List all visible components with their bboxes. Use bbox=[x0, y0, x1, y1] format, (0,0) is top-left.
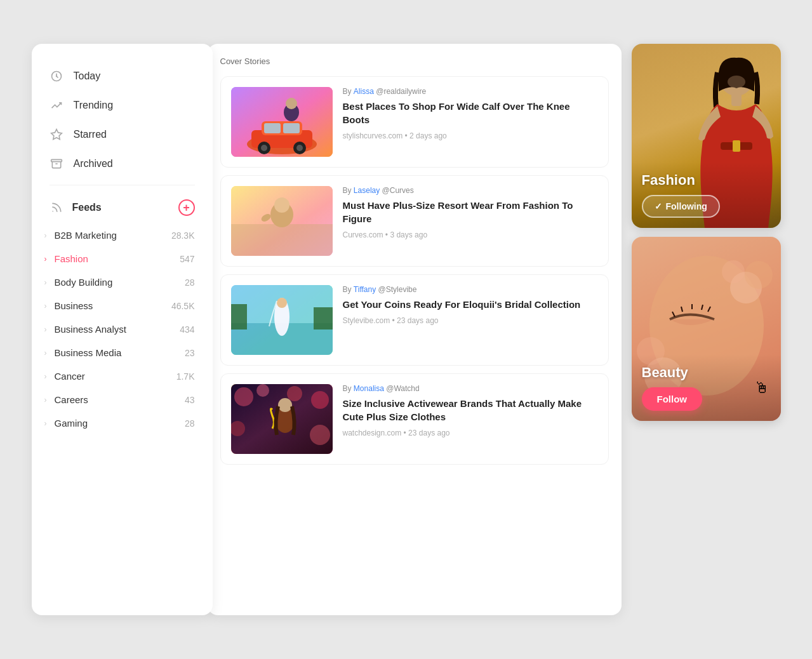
svg-rect-3 bbox=[51, 159, 62, 161]
svg-point-1 bbox=[55, 76, 57, 77]
article-card[interactable]: By Tiffany @Stylevibe Get Your Coins Rea… bbox=[220, 274, 609, 366]
article-card[interactable]: By Laselay @Curves Must Have Plus-Size R… bbox=[220, 175, 609, 267]
article-byline: By Alissa @realdailywire bbox=[343, 87, 598, 96]
svg-point-43 bbox=[728, 76, 745, 88]
feed-name: Business Analyst bbox=[55, 324, 180, 335]
feed-item-body-building[interactable]: › Body Building 28 bbox=[32, 270, 213, 294]
feed-item-business[interactable]: › Business 46.5K bbox=[32, 294, 213, 317]
svg-marker-2 bbox=[51, 130, 62, 140]
feed-item-business-media[interactable]: › Business Media 23 bbox=[32, 341, 213, 364]
feed-count: 1.7K bbox=[176, 371, 195, 382]
chevron-right-icon: › bbox=[44, 325, 47, 334]
svg-point-38 bbox=[278, 398, 292, 412]
chevron-right-icon: › bbox=[44, 278, 47, 287]
star-icon bbox=[50, 128, 63, 142]
article-byline: By Tiffany @Stylevibe bbox=[343, 285, 598, 294]
svg-rect-40 bbox=[731, 93, 742, 106]
chevron-right-icon: › bbox=[44, 231, 47, 240]
nav-trending-label: Trending bbox=[74, 100, 114, 111]
svg-rect-11 bbox=[283, 123, 300, 133]
nav-item-today[interactable]: Today bbox=[32, 62, 213, 91]
feed-count: 547 bbox=[180, 254, 194, 264]
article-card[interactable]: By Monalisa @Watchd Size Inclusive Activ… bbox=[220, 373, 609, 465]
feeds-add-button[interactable]: + bbox=[178, 199, 195, 216]
feed-count: 28 bbox=[185, 277, 195, 288]
article-title: Best Places To Shop For Wide Calf Over T… bbox=[343, 100, 598, 126]
svg-rect-26 bbox=[231, 304, 247, 330]
svg-point-15 bbox=[296, 145, 303, 151]
main-content: Cover Stories bbox=[208, 44, 781, 615]
svg-rect-27 bbox=[314, 307, 333, 330]
article-author-link[interactable]: Monalisa bbox=[354, 384, 384, 393]
article-info: By Tiffany @Stylevibe Get Your Coins Rea… bbox=[343, 285, 598, 355]
svg-point-13 bbox=[261, 145, 267, 151]
beauty-category-card: Beauty Follow 🖱 bbox=[632, 237, 781, 421]
feed-item-business-analyst[interactable]: › Business Analyst 434 bbox=[32, 317, 213, 341]
beauty-follow-button[interactable]: Follow bbox=[642, 387, 703, 411]
article-meta: watchdesign.com • 23 days ago bbox=[343, 429, 598, 437]
nav-item-starred[interactable]: Starred bbox=[32, 120, 213, 149]
svg-rect-42 bbox=[733, 140, 740, 152]
feeds-icon bbox=[50, 201, 63, 215]
feed-name: Careers bbox=[55, 394, 185, 405]
feed-count: 28 bbox=[185, 418, 195, 429]
article-thumbnail bbox=[231, 285, 333, 355]
feed-item-cancer[interactable]: › Cancer 1.7K bbox=[32, 364, 213, 388]
nav-item-archived[interactable]: Archived bbox=[32, 149, 213, 178]
svg-point-34 bbox=[311, 391, 329, 409]
svg-point-36 bbox=[310, 425, 330, 445]
chevron-right-icon: › bbox=[44, 302, 47, 310]
article-thumbnail bbox=[231, 186, 333, 256]
feed-name: Fashion bbox=[55, 253, 180, 264]
beauty-category-name: Beauty bbox=[642, 364, 771, 381]
chevron-right-icon: › bbox=[44, 419, 47, 428]
feed-name: B2B Marketing bbox=[55, 230, 171, 241]
article-meta: Curves.com • 3 days ago bbox=[343, 230, 598, 239]
feed-count: 434 bbox=[180, 324, 194, 335]
fashion-category-name: Fashion bbox=[642, 172, 771, 189]
article-thumbnail bbox=[231, 384, 333, 454]
right-panel: Fashion ✓ Following bbox=[632, 44, 781, 615]
feed-item-fashion[interactable]: › Fashion 547 bbox=[32, 247, 213, 270]
article-author-link[interactable]: Laselay bbox=[354, 186, 380, 195]
feed-count: 28.3K bbox=[171, 230, 195, 241]
svg-point-21 bbox=[274, 197, 290, 213]
article-byline: By Laselay @Curves bbox=[343, 186, 598, 195]
svg-point-29 bbox=[277, 298, 287, 308]
feed-item-careers[interactable]: › Careers 43 bbox=[32, 388, 213, 411]
section-label: Cover Stories bbox=[220, 57, 609, 66]
chevron-right-icon: › bbox=[44, 255, 47, 263]
feed-item-gaming[interactable]: › Gaming 28 bbox=[32, 411, 213, 435]
feed-name: Cancer bbox=[55, 371, 176, 382]
chevron-right-icon: › bbox=[44, 349, 47, 357]
article-author-link[interactable]: Tiffany bbox=[354, 285, 376, 294]
fashion-card-overlay: Fashion ✓ Following bbox=[632, 162, 781, 228]
nav-item-trending[interactable]: Trending bbox=[32, 91, 213, 120]
trending-icon bbox=[50, 98, 63, 112]
articles-panel: Cover Stories bbox=[208, 44, 622, 615]
article-card[interactable]: By Alissa @realdailywire Best Places To … bbox=[220, 76, 609, 168]
svg-point-53 bbox=[745, 261, 773, 289]
article-meta: Stylevibe.com • 23 days ago bbox=[343, 316, 598, 325]
article-byline: By Monalisa @Watchd bbox=[343, 384, 598, 393]
check-icon: ✓ bbox=[655, 201, 662, 211]
fashion-category-card: Fashion ✓ Following bbox=[632, 44, 781, 228]
chevron-right-icon: › bbox=[44, 396, 47, 404]
article-info: By Monalisa @Watchd Size Inclusive Activ… bbox=[343, 384, 598, 454]
feed-item-b2b-marketing[interactable]: › B2B Marketing 28.3K bbox=[32, 223, 213, 247]
svg-point-31 bbox=[234, 387, 253, 406]
fashion-following-button[interactable]: ✓ Following bbox=[642, 195, 720, 218]
article-meta: stylishcurves.com • 2 days ago bbox=[343, 131, 598, 140]
feed-name: Business Media bbox=[55, 347, 185, 358]
article-title: Must Have Plus-Size Resort Wear From Fas… bbox=[343, 199, 598, 225]
svg-point-5 bbox=[52, 211, 53, 212]
feed-name: Gaming bbox=[55, 418, 185, 429]
svg-rect-19 bbox=[231, 224, 333, 256]
article-author-link[interactable]: Alissa bbox=[354, 87, 374, 96]
cursor-icon: 🖱 bbox=[754, 379, 769, 397]
sidebar-divider bbox=[50, 185, 195, 185]
feed-name: Business bbox=[55, 300, 171, 311]
feed-count: 23 bbox=[185, 348, 195, 358]
svg-point-17 bbox=[286, 98, 297, 109]
archive-icon bbox=[50, 157, 63, 171]
